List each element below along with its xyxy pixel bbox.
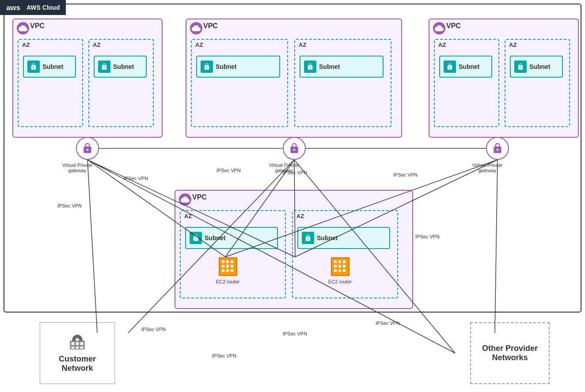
ipsec-label-7: IPSec VPN: [141, 327, 166, 332]
svg-rect-7: [226, 265, 229, 268]
vpc2-subnet1: Subnet: [196, 56, 280, 78]
customer-network-icon: [68, 333, 86, 351]
vpc-center-label: VPC: [192, 193, 207, 201]
ec2-router-2: EC2 router: [328, 257, 352, 284]
svg-rect-23: [76, 342, 79, 345]
svg-rect-26: [76, 347, 79, 349]
vpc1-subnet1: Subnet: [23, 56, 76, 78]
vpc3-subnet2-lock-icon: [514, 60, 527, 73]
svg-rect-25: [72, 347, 75, 349]
svg-rect-17: [338, 265, 341, 268]
svg-rect-5: [226, 260, 229, 263]
svg-rect-9: [226, 269, 229, 272]
svg-rect-22: [72, 342, 75, 345]
vpc2-subnet2-lock-icon: [304, 60, 316, 73]
vpc-center-subnet2-label: Subnet: [317, 234, 338, 241]
svg-rect-18: [343, 265, 346, 268]
svg-rect-13: [334, 265, 337, 268]
vpc3-subnet1-label: Subnet: [459, 63, 479, 70]
svg-rect-24: [80, 342, 84, 345]
vpc3-subnet1-lock-icon: [444, 60, 456, 73]
vpc-box-2: VPC AZ Subnet AZ Subnet: [186, 19, 402, 138]
gateway3-label: Virtual Private gateway: [465, 162, 509, 173]
svg-text:aws: aws: [6, 4, 20, 12]
vpc1-az2-label: AZ: [93, 41, 100, 48]
vpc3-label: VPC: [446, 22, 461, 30]
other-provider-box: Other ProviderNetworks: [470, 322, 550, 384]
vpc1-subnet2: Subnet: [94, 56, 147, 78]
ec2-router1-icon: [218, 257, 238, 276]
vpc1-cloud-icon: [17, 22, 29, 34]
vpc1-subnet1-label: Subnet: [42, 63, 63, 70]
svg-rect-16: [343, 260, 346, 263]
vpc-center-subnet1-label: Subnet: [205, 234, 225, 241]
svg-rect-3: [222, 265, 224, 268]
customer-network-label: CustomerNetwork: [59, 354, 96, 373]
vpc-center-az1-label: AZ: [184, 213, 192, 219]
svg-rect-6: [231, 260, 233, 263]
vpc3-subnet2: Subnet: [510, 56, 563, 78]
cloud-label: AWS Cloud: [27, 4, 60, 11]
vpc2-subnet1-lock-icon: [201, 60, 213, 73]
ipsec-label-10: IPSec VPN: [376, 320, 400, 326]
vpc2-subnet2-label: Subnet: [319, 63, 340, 70]
customer-network-box: CustomerNetwork: [40, 322, 115, 384]
vpc3-az2-label: AZ: [509, 41, 517, 48]
ec2-router-1: EC2 router: [216, 257, 239, 284]
vpc2-az2-label: AZ: [299, 41, 306, 48]
vpc2-subnet1-label: Subnet: [216, 63, 236, 70]
svg-rect-27: [80, 347, 84, 349]
vpc1-az1: AZ Subnet: [18, 39, 83, 127]
vpc-center-subnet1: Subnet: [185, 227, 278, 249]
vpc2-az2: AZ Subnet: [294, 39, 391, 127]
svg-rect-4: [222, 269, 224, 272]
vpc1-subnet2-label: Subnet: [113, 63, 134, 70]
vpc-center-cloud-icon: [179, 193, 191, 206]
vpc1-subnet1-lock-icon: [27, 60, 40, 73]
vpc-center-subnet2-lock-icon: [302, 232, 314, 244]
svg-rect-19: [338, 269, 341, 272]
gateway3-lock-icon: [492, 143, 503, 154]
gateway-1: [76, 137, 99, 160]
vpc-center-az1: AZ Subnet EC2 router: [180, 210, 286, 298]
vpc2-az1: AZ Subnet: [191, 39, 288, 127]
vpc3-subnet1: Subnet: [439, 56, 492, 78]
gateway2-label: Virtual Private gateway: [262, 162, 306, 173]
vpc1-az2: AZ Subnet: [88, 39, 154, 127]
ipsec-label-8: IPSec VPN: [212, 353, 236, 358]
other-provider-label: Other ProviderNetworks: [482, 344, 538, 362]
vpc2-az1-label: AZ: [195, 41, 203, 48]
vpc-center-box: VPC AZ Subnet EC2 router: [175, 190, 413, 309]
gateway1-lock-icon: [82, 143, 93, 154]
vpc-center-az2-label: AZ: [296, 213, 304, 219]
gateway2-lock-icon: [289, 143, 300, 154]
svg-rect-14: [334, 269, 337, 272]
vpc1-label: VPC: [30, 22, 45, 30]
vpc3-subnet2-label: Subnet: [529, 63, 550, 70]
svg-rect-8: [231, 265, 233, 268]
svg-rect-10: [231, 269, 233, 272]
aws-header: aws AWS Cloud: [0, 0, 66, 15]
vpc2-cloud-icon: [190, 22, 202, 34]
vpc-center-subnet2: Subnet: [297, 227, 390, 249]
svg-rect-15: [338, 260, 341, 263]
vpc1-subnet2-lock-icon: [98, 60, 110, 73]
vpc3-cloud-icon: [433, 22, 445, 34]
svg-rect-2: [222, 260, 224, 263]
svg-rect-20: [343, 269, 346, 272]
vpc2-subnet2: Subnet: [300, 56, 384, 78]
vpc1-az1-label: AZ: [22, 41, 30, 48]
gateway-2: [283, 137, 306, 160]
ipsec-label-9: IPSec VPN: [283, 331, 307, 336]
aws-logo-icon: aws: [6, 3, 22, 12]
gateway-3: [486, 137, 509, 160]
ec2-router1-label: EC2 router: [216, 279, 239, 284]
vpc-center-subnet1-lock-icon: [190, 232, 202, 244]
vpc3-az1: AZ Subnet: [434, 39, 499, 127]
svg-rect-12: [334, 260, 337, 263]
vpc2-label: VPC: [203, 22, 218, 30]
ec2-router2-icon: [330, 257, 350, 276]
ec2-router2-label: EC2 router: [328, 279, 352, 284]
vpc3-az1-label: AZ: [438, 41, 446, 48]
gateway1-label: Virtual Private gateway: [55, 162, 99, 173]
